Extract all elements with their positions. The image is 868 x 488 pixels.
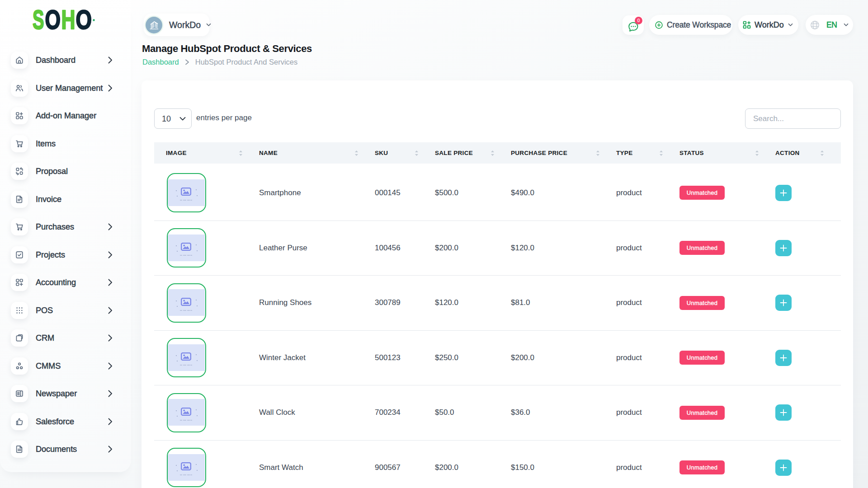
svg-text:O: O xyxy=(45,5,61,35)
svg-text:H: H xyxy=(61,5,75,35)
svg-text:O: O xyxy=(76,5,92,35)
svg-text:S: S xyxy=(33,5,44,35)
